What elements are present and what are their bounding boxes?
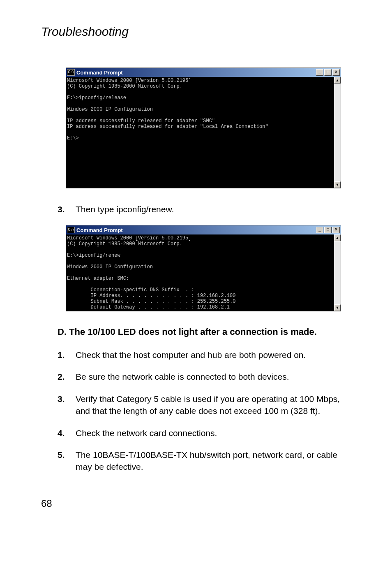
scroll-down-icon[interactable]: ▼ — [334, 304, 341, 311]
command-prompt-window-renew: C:\ Command Prompt _ □ × Microsoft Windo… — [66, 225, 341, 311]
window-titlebar: C:\ Command Prompt _ □ × — [66, 68, 341, 77]
maximize-button[interactable]: □ — [324, 227, 332, 233]
step-number: 1. — [58, 349, 76, 361]
section-d-heading: D. The 10/100 LED does not light after a… — [58, 326, 355, 338]
close-button[interactable]: × — [332, 227, 340, 233]
command-prompt-window-release: C:\ Command Prompt _ □ × Microsoft Windo… — [66, 67, 341, 188]
d-step-2: 2. Be sure the network cable is connecte… — [58, 371, 355, 383]
scroll-up-icon[interactable]: ▲ — [334, 77, 341, 84]
window-titlebar: C:\ Command Prompt _ □ × — [66, 225, 341, 234]
section-header: Troubleshooting — [41, 25, 355, 39]
step-number: 4. — [58, 427, 76, 439]
step-3: 3. Then type ipconfig/renew. — [58, 203, 355, 215]
step-text: The 10BASE-T/100BASE-TX hub/switch port,… — [76, 449, 355, 473]
d-step-1: 1. Check that the host computer and hub … — [58, 349, 355, 361]
d-step-4: 4. Check the network card connections. — [58, 427, 355, 439]
page-number: 68 — [41, 498, 355, 509]
terminal-output: Microsoft Windows 2000 [Version 5.00.219… — [66, 77, 334, 188]
step-text: Check that the host computer and hub are… — [76, 349, 355, 361]
step-text: Be sure the network cable is connected t… — [76, 371, 355, 383]
scroll-track[interactable] — [334, 84, 341, 181]
window-title: Command Prompt — [76, 70, 315, 76]
d-step-5: 5. The 10BASE-T/100BASE-TX hub/switch po… — [58, 449, 355, 473]
step-number: 5. — [58, 449, 76, 473]
step-number: 3. — [58, 393, 76, 417]
scrollbar[interactable]: ▲ ▼ — [334, 77, 341, 188]
step-text: Check the network card connections. — [76, 427, 355, 439]
step-number: 3. — [58, 203, 76, 215]
cmd-icon: C:\ — [67, 227, 75, 233]
scroll-down-icon[interactable]: ▼ — [334, 181, 341, 188]
minimize-button[interactable]: _ — [316, 69, 323, 76]
close-button[interactable]: × — [332, 69, 340, 76]
terminal-output: Microsoft Windows 2000 [Version 5.00.219… — [66, 234, 334, 311]
step-text: Verify that Category 5 cable is used if … — [76, 393, 355, 417]
minimize-button[interactable]: _ — [316, 227, 323, 233]
window-title: Command Prompt — [76, 227, 315, 233]
d-step-3: 3. Verify that Category 5 cable is used … — [58, 393, 355, 417]
scroll-track[interactable] — [334, 241, 341, 304]
maximize-button[interactable]: □ — [324, 69, 332, 76]
scroll-up-icon[interactable]: ▲ — [334, 234, 341, 241]
scrollbar[interactable]: ▲ ▼ — [334, 234, 341, 311]
step-number: 2. — [58, 371, 76, 383]
cmd-icon: C:\ — [67, 69, 75, 76]
step-text: Then type ipconfig/renew. — [76, 203, 355, 215]
